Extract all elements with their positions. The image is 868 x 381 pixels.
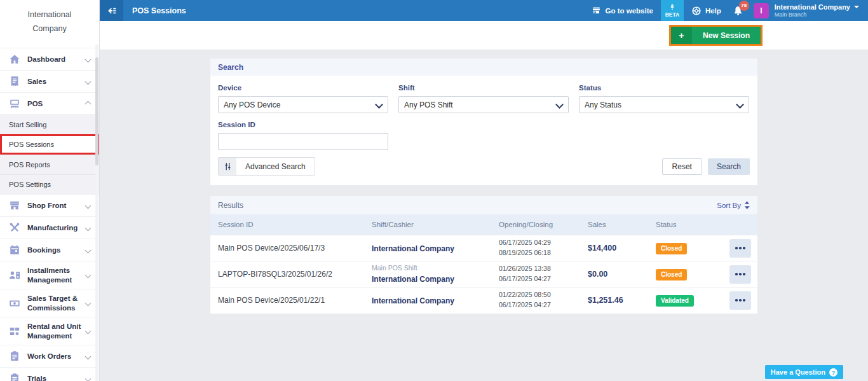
- have-a-question-label: Have a Question: [771, 368, 825, 376]
- table-row[interactable]: Main POS Device/2025/06/17/3 Internation…: [210, 235, 757, 261]
- closing-datetime: 06/17/2025 04:27: [499, 275, 551, 282]
- status-label: Status: [579, 84, 749, 92]
- sidebar-item-label: Manufacturing: [27, 223, 86, 232]
- status-select[interactable]: Any Status: [579, 96, 749, 113]
- collapse-sidebar-button[interactable]: [100, 0, 123, 21]
- sidebar-item-work-orders[interactable]: Work Orders: [0, 345, 99, 367]
- go-to-website-link[interactable]: Go to website: [592, 6, 653, 15]
- company-name: International Company: [775, 3, 850, 11]
- advanced-search-button[interactable]: Advanced Search: [218, 157, 315, 176]
- sidebar-item-pos[interactable]: POS: [0, 92, 99, 114]
- banknote-icon: [9, 298, 20, 309]
- receipt-icon: [9, 76, 20, 87]
- row-actions-button[interactable]: [729, 265, 751, 284]
- shift-field: Shift Any POS Shift: [398, 76, 569, 113]
- new-session-label: New Session: [692, 31, 761, 40]
- table-row[interactable]: Main POS Device/2025/01/22/1 Internation…: [210, 287, 757, 313]
- chevron-down-icon: [85, 353, 92, 359]
- opening-closing-cell: 01/22/2025 08:50 06/17/2025 04:27: [499, 290, 588, 310]
- session-id-input[interactable]: [218, 133, 388, 150]
- top-bar: POS Sessions Go to website BETA Help 78 …: [100, 0, 868, 21]
- search-panel-title: Search: [218, 63, 243, 72]
- submenu-item-label: POS Reports: [9, 161, 50, 169]
- help-lifering-icon: [691, 6, 702, 16]
- submenu-item-pos-reports[interactable]: POS Reports: [0, 155, 99, 174]
- clipboard-icon: [9, 350, 20, 362]
- search-panel-header: Search: [210, 59, 757, 76]
- avatar[interactable]: I: [754, 3, 769, 18]
- home-icon: [9, 53, 20, 65]
- row-actions-button[interactable]: [729, 291, 751, 310]
- table-row[interactable]: LAPTOP-BI78SQL3/2025/01/26/2 Main POS Sh…: [210, 261, 757, 287]
- company-menu[interactable]: International Company Main Branch: [775, 3, 859, 19]
- submenu-item-start-selling[interactable]: Start Selling: [0, 114, 99, 134]
- company-logo: International Company: [0, 0, 99, 48]
- sidebar-item-sales[interactable]: Sales: [0, 70, 99, 92]
- units-icon: [9, 326, 20, 337]
- sales-cell: $14,400: [588, 244, 656, 253]
- sidebar-item-bookings[interactable]: Bookings: [0, 239, 99, 261]
- sidebar-item-installments-management[interactable]: Installments Management: [0, 261, 99, 289]
- new-session-button[interactable]: + New Session: [671, 27, 761, 44]
- have-a-question-button[interactable]: Have a Question ?: [765, 365, 843, 379]
- sidebar-item-rental-unit-management[interactable]: Rental and Unit Management: [0, 317, 99, 345]
- session-id-cell: LAPTOP-BI78SQL3/2025/01/26/2: [218, 270, 372, 279]
- sidebar-scrollbar[interactable]: [95, 45, 98, 381]
- sidebar-item-trials[interactable]: Trials: [0, 367, 99, 381]
- opening-datetime: 06/17/2025 04:29: [499, 239, 551, 246]
- plus-icon: +: [671, 27, 692, 44]
- sidebar-item-label: Sales Target & Commissions: [27, 294, 86, 312]
- top-bar-right: Go to website BETA Help 78 I Internation…: [584, 0, 868, 21]
- scrollbar-thumb[interactable]: [95, 57, 98, 165]
- help-link[interactable]: Help: [691, 6, 721, 16]
- status-badge: Closed: [656, 269, 687, 281]
- shift-label: Shift: [398, 84, 569, 92]
- notifications-button[interactable]: 78: [733, 5, 743, 17]
- status-badge: Closed: [656, 243, 687, 254]
- sidebar-item-label: Rental and Unit Management: [27, 322, 86, 340]
- shift-cashier-cell: Main POS Shift International Company: [372, 264, 499, 284]
- device-label: Device: [218, 84, 388, 92]
- sidebar: International Company Dashboard Sales PO…: [0, 0, 100, 381]
- sidebar-item-label: POS: [27, 99, 86, 108]
- device-select[interactable]: Any POS Device: [218, 96, 388, 113]
- chevron-down-icon: [85, 56, 92, 62]
- session-id-cell: Main POS Device/2025/06/17/3: [218, 244, 372, 253]
- shift-select[interactable]: Any POS Shift: [398, 96, 569, 113]
- sidebar-item-label: Sales: [27, 77, 86, 86]
- col-sales: Sales: [588, 221, 656, 228]
- pos-terminal-icon: [9, 98, 20, 109]
- col-shift-cashier: Shift/Cashier: [372, 221, 499, 228]
- chevron-down-icon: [85, 375, 92, 381]
- sidebar-item-sales-target-commissions[interactable]: Sales Target & Commissions: [0, 289, 99, 317]
- logo-line-2: Company: [0, 22, 99, 36]
- chevron-down-icon: [85, 225, 92, 231]
- col-status: Status: [656, 221, 729, 228]
- search-button[interactable]: Search: [708, 158, 750, 175]
- ellipsis-icon: [739, 273, 742, 275]
- sales-cell: $0.00: [588, 270, 656, 279]
- beta-tab[interactable]: BETA: [661, 0, 684, 21]
- pos-submenu: Start Selling POS Sessions POS Reports P…: [0, 114, 99, 194]
- submenu-item-pos-settings[interactable]: POS Settings: [0, 174, 99, 194]
- shift-cashier-cell: International Company: [372, 294, 499, 307]
- cashier-name: International Company: [372, 244, 454, 253]
- status-cell: Closed: [656, 242, 729, 254]
- avatar-initial: I: [760, 6, 762, 15]
- sidebar-item-dashboard[interactable]: Dashboard: [0, 48, 99, 70]
- person-card-icon: [9, 270, 20, 281]
- row-actions-button[interactable]: [729, 239, 751, 258]
- opening-closing-cell: 06/17/2025 04:29 08/19/2025 06:18: [499, 238, 588, 258]
- sort-by-control[interactable]: Sort By: [717, 201, 750, 209]
- sidebar-item-shop-front[interactable]: Shop Front: [0, 194, 99, 216]
- submenu-item-label: POS Settings: [9, 181, 51, 188]
- sidebar-item-label: Trials: [27, 374, 86, 381]
- table-header-row: Session ID Shift/Cashier Opening/Closing…: [210, 214, 757, 235]
- sidebar-item-manufacturing[interactable]: Manufacturing: [0, 216, 99, 239]
- action-toolbar: + New Session: [100, 21, 868, 50]
- submenu-item-pos-sessions[interactable]: POS Sessions: [0, 134, 99, 155]
- status-cell: Validated: [656, 294, 729, 307]
- calendar-icon: [9, 244, 20, 256]
- clipboard-icon: [9, 373, 20, 381]
- reset-button[interactable]: Reset: [662, 158, 702, 175]
